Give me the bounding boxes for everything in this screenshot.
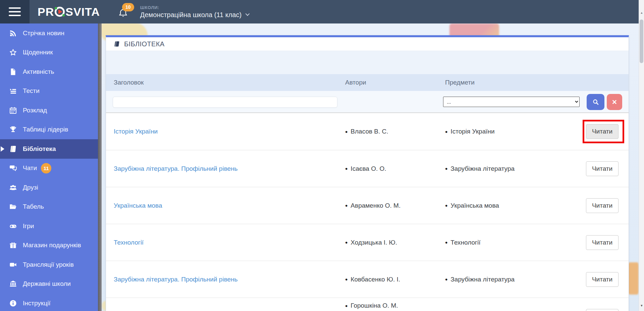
page-title: БІБЛІОТЕКА <box>124 40 165 48</box>
read-button[interactable]: Читати <box>586 235 619 250</box>
book-title-link[interactable]: Технології <box>114 239 144 246</box>
hamburger-icon <box>9 6 21 17</box>
book-title-link[interactable]: Історія України <box>114 128 158 135</box>
list-item: •Зарубіжна література <box>445 276 515 283</box>
prosvita-logo[interactable]: PR SVITA <box>38 5 100 18</box>
column-header-0: Заголовок <box>114 79 144 86</box>
subjects-cell: •Зарубіжна література <box>445 165 515 172</box>
sidebar-item-label: Державні школи <box>23 280 71 288</box>
subjects-cell: •Зарубіжна література <box>445 276 515 283</box>
sidebar-item-label: Щоденник <box>23 49 53 56</box>
search-button[interactable] <box>587 94 604 110</box>
sidebar-item-label: Трансляції уроків <box>23 261 74 268</box>
list-item: •Ісаєва О. О. <box>345 165 386 172</box>
scrollbar-up-arrow[interactable]: ▲ <box>639 10 644 15</box>
table-header-row: ЗаголовокАвториПредмети <box>106 74 629 91</box>
clear-filter-button[interactable]: ✕ <box>607 94 622 110</box>
sidebar-item-broadcasts[interactable]: Трансляції уроків <box>0 255 98 274</box>
sidebar-item-games[interactable]: Ігри <box>0 216 98 236</box>
sidebar-item-reportcard[interactable]: Табель <box>0 197 98 217</box>
sidebar-item-friends[interactable]: Друзі <box>0 178 98 197</box>
page-scrollbar[interactable]: ▲ ▼ <box>639 0 644 311</box>
card-toolbar-spacer <box>106 51 629 74</box>
authors-cell: •Горошкіна О. М. <box>345 302 398 309</box>
sidebar-item-label: Ігри <box>23 222 34 230</box>
sidebar-item-news[interactable]: Стрічка новин <box>0 23 98 43</box>
table-row: Зарубіжна література. Профільний рівень•… <box>106 261 629 298</box>
list-item: •Горошкіна О. М. <box>345 302 398 309</box>
school-selector-value: Демонстраційна школа (11 клас) <box>140 11 241 19</box>
bullet-icon: • <box>345 165 347 172</box>
read-button[interactable]: Читати <box>586 124 619 139</box>
bullet-icon: • <box>345 276 347 282</box>
rss-icon <box>9 29 17 38</box>
logo-text-pre: PR <box>38 5 54 18</box>
sidebar-divider <box>98 23 102 311</box>
sidebar-item-label: Магазин подарунків <box>23 242 81 249</box>
camera-icon <box>9 260 17 269</box>
bullet-icon: • <box>345 128 347 135</box>
table-row: Українська мова•Авраменко О. М.•Українсь… <box>106 187 629 224</box>
subject-select[interactable]: ... <box>443 97 580 107</box>
list-item: •Українська мова <box>445 202 499 209</box>
star-icon <box>9 48 17 57</box>
read-button[interactable]: Читати <box>586 198 619 213</box>
hamburger-menu-button[interactable] <box>0 0 30 23</box>
sidebar-item-label: Друзі <box>23 184 38 191</box>
book-title-link[interactable]: Українська мова <box>114 202 162 209</box>
authors-cell: •Ковбасенко Ю. І. <box>345 276 400 283</box>
read-button[interactable]: Читати <box>586 272 619 287</box>
table-row: Історія України•Власов В. С.•Історія Укр… <box>106 113 629 150</box>
scrollbar-down-arrow[interactable]: ▼ <box>639 303 644 308</box>
bullet-icon: • <box>445 128 447 135</box>
read-button[interactable]: Читати <box>586 161 619 176</box>
chat-icon <box>9 164 17 172</box>
scrollbar-thumb[interactable] <box>640 19 643 63</box>
sidebar-item-leaderboards[interactable]: Таблиці лідерів <box>0 120 98 140</box>
logo-text-post: SVITA <box>65 5 100 18</box>
book-title-link[interactable]: Зарубіжна література. Профільний рівень <box>114 276 238 283</box>
file-icon <box>9 67 17 76</box>
sidebar-item-activity[interactable]: Активність <box>0 62 98 82</box>
sidebar-item-label: Тести <box>23 87 40 95</box>
authors-cell: •Ходзицька І. Ю. <box>345 239 397 246</box>
folder-icon <box>9 202 17 211</box>
subjects-cell: •Технології <box>445 239 481 246</box>
gamepad-icon <box>9 222 17 230</box>
bullet-icon: • <box>345 303 347 309</box>
sidebar-item-tests[interactable]: Тести <box>0 82 98 101</box>
sidebar-item-chats[interactable]: Чати11 <box>0 159 98 178</box>
sidebar-item-label: Таблиці лідерів <box>23 126 68 133</box>
table-row: •Горошкіна О. М.Читати <box>106 298 629 311</box>
sidebar-item-schedule[interactable]: Розклад <box>0 101 98 120</box>
read-button[interactable]: Читати <box>586 309 619 311</box>
list-item: •Історія України <box>445 128 495 135</box>
column-header-1: Автори <box>345 79 366 86</box>
sidebar-item-diary[interactable]: Щоденник <box>0 43 98 62</box>
bullet-icon: • <box>445 239 447 246</box>
sidebar-item-stateschools[interactable]: Державні школи <box>0 274 98 294</box>
close-icon: ✕ <box>612 98 617 106</box>
card-titlebar: БІБЛІОТЕКА <box>106 37 629 51</box>
subjects-cell: •Історія України <box>445 128 495 135</box>
table-row: Технології•Ходзицька І. Ю.•ТехнологіїЧит… <box>106 224 629 261</box>
list-item: •Технології <box>445 239 481 246</box>
sidebar-item-library[interactable]: Бібліотека <box>0 139 98 159</box>
list-item: •Авраменко О. М. <box>345 202 400 209</box>
table-filter-row: ... ✕ <box>106 91 629 113</box>
sidebar-item-giftshop[interactable]: Магазин подарунків <box>0 236 98 255</box>
sidebar-item-label: Чати <box>23 164 37 172</box>
authors-cell: •Власов В. С. <box>345 128 388 135</box>
school-selector[interactable]: ШКОЛИ: Демонстраційна школа (11 клас) <box>140 5 249 19</box>
list-item: •Ковбасенко Ю. І. <box>345 276 400 283</box>
list-item: •Власов В. С. <box>345 128 388 135</box>
gift-icon <box>9 241 17 250</box>
notifications-bell-button[interactable]: 10 <box>117 5 131 18</box>
bullet-icon: • <box>445 276 447 282</box>
book-title-link[interactable]: Зарубіжна література. Профільний рівень <box>114 165 238 172</box>
book-icon <box>9 145 17 153</box>
sidebar-item-instructions[interactable]: Інструкції <box>0 294 98 311</box>
sidebar-item-label: Табель <box>23 203 44 210</box>
top-header-bar: PR SVITA 10 ШКОЛИ: Демонстраційна школа … <box>0 0 644 23</box>
title-filter-input[interactable] <box>113 97 337 108</box>
